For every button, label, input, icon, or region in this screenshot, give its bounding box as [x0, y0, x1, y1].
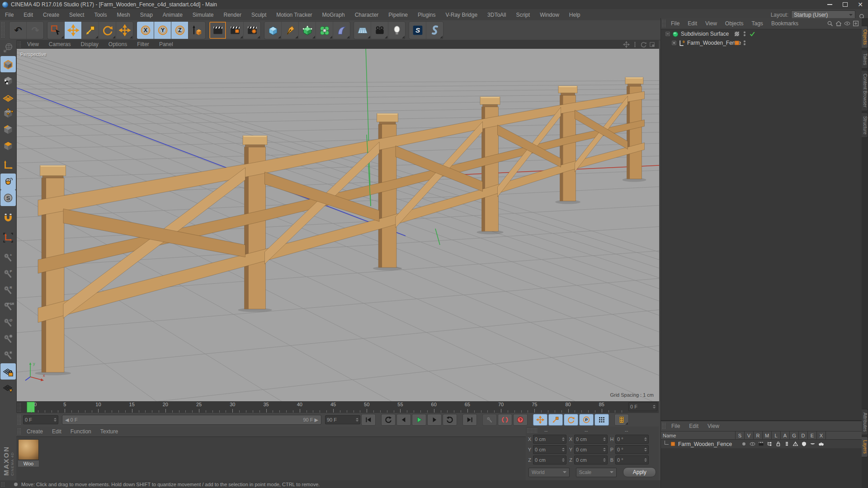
current-frame-field[interactable]: 0 F	[23, 415, 58, 424]
workplane-mode-button[interactable]	[0, 89, 16, 105]
viewport-menu-options[interactable]: Options	[104, 41, 132, 47]
layer-column-v[interactable]: V	[745, 432, 754, 439]
menu-sculpt[interactable]: Sculpt	[246, 12, 271, 18]
layer-menu-file[interactable]: File	[667, 423, 684, 429]
coord-rotation-field[interactable]: 0 °	[615, 445, 649, 454]
viewport-toggle-view-icon[interactable]	[648, 41, 656, 48]
ruler-frame-field[interactable]: 0 F	[628, 402, 657, 411]
menu-snap[interactable]: Snap	[135, 12, 158, 18]
home-icon[interactable]	[835, 20, 842, 27]
layer-column-l[interactable]: L	[772, 432, 781, 439]
layer-panel-grip[interactable]	[662, 422, 666, 430]
menu-character[interactable]: Character	[350, 12, 384, 18]
layer-column-g[interactable]: G	[790, 432, 799, 439]
menu-v-ray-bridge[interactable]: V-Ray Bridge	[440, 12, 482, 18]
viewport-solo-button[interactable]: S	[0, 190, 16, 206]
3d-scene[interactable]	[17, 49, 659, 401]
python-button[interactable]	[426, 22, 443, 39]
eye-icon[interactable]	[844, 20, 851, 27]
object-tree-row[interactable]: Subdivision Surface	[661, 29, 862, 38]
layer-column-s[interactable]: S	[736, 432, 745, 439]
spinner[interactable]	[562, 437, 565, 441]
key-record-button[interactable]	[482, 414, 497, 426]
menu-render[interactable]: Render	[219, 12, 246, 18]
menu-edit[interactable]: Edit	[19, 12, 38, 18]
lid-icon[interactable]	[808, 441, 817, 447]
key-at-button[interactable]: @	[0, 314, 16, 331]
make-editable-button[interactable]	[0, 40, 16, 56]
menu-plugins[interactable]: Plugins	[413, 12, 440, 18]
menu-file[interactable]: File	[0, 12, 19, 18]
workplane-axis-button[interactable]	[0, 230, 16, 246]
expand-icon[interactable]	[671, 40, 677, 46]
menu-create[interactable]: Create	[38, 12, 64, 18]
axis-x-button[interactable]: X	[137, 22, 154, 39]
vray-button[interactable]: S	[409, 22, 426, 39]
range-right-arrow[interactable]: ▶	[315, 417, 318, 423]
key-dot-button[interactable]	[0, 347, 16, 363]
menu-simulate[interactable]: Simulate	[188, 12, 219, 18]
live-selection-button[interactable]	[47, 22, 65, 39]
menu-mesh[interactable]: Mesh	[112, 12, 135, 18]
dock-tab-takes[interactable]: Takes	[862, 50, 868, 69]
viewport-pan-icon[interactable]	[623, 41, 630, 48]
range-end-field[interactable]: 90 F	[325, 415, 360, 424]
material-item[interactable]: Woo	[18, 439, 39, 467]
viewport-dolly-icon[interactable]	[631, 41, 639, 48]
list-icon[interactable]	[783, 441, 791, 447]
viewport-orbit-icon[interactable]	[640, 41, 647, 48]
subdivision-surface-button[interactable]	[299, 22, 316, 39]
kf-pla-button[interactable]	[594, 414, 609, 426]
axis-mode-button[interactable]	[0, 157, 16, 174]
menu-tools[interactable]: Tools	[89, 12, 112, 18]
viewport-menu-filter[interactable]: Filter	[132, 41, 154, 47]
rotate-button[interactable]	[99, 22, 116, 39]
prev-frame-button[interactable]	[396, 414, 411, 426]
dock-tab-structure[interactable]: Structure	[862, 113, 868, 138]
object-tree-row[interactable]: 0Farm_Wooden_Fence	[661, 38, 862, 47]
layer-column-x[interactable]: X	[817, 432, 826, 439]
viewport-menu-view[interactable]: View	[22, 41, 44, 47]
kf-rotation-button[interactable]	[564, 414, 578, 426]
search-icon[interactable]	[826, 20, 834, 27]
edges-mode-button[interactable]	[0, 121, 16, 137]
spinner[interactable]	[562, 448, 565, 451]
menu-motion-tracker[interactable]: Motion Tracker	[271, 12, 317, 18]
last-tool-button[interactable]	[116, 22, 133, 39]
material-menu-create[interactable]: Create	[22, 428, 47, 435]
eye-icon[interactable]	[748, 441, 757, 447]
menu-select[interactable]: Select	[64, 12, 89, 18]
coord-size-field[interactable]: 0 cm	[574, 435, 608, 444]
minimize-button[interactable]	[822, 0, 837, 9]
material-menu-function[interactable]: Function	[66, 428, 96, 435]
render-settings-button[interactable]	[244, 22, 260, 39]
kf-parameter-button[interactable]: P	[579, 414, 594, 426]
axis-z-button[interactable]: Z	[171, 22, 189, 39]
viewport-menu-display[interactable]: Display	[75, 41, 103, 47]
key-psr-button[interactable]: PSR	[0, 298, 16, 314]
expand-icon[interactable]	[665, 31, 671, 37]
key-sphere-button[interactable]	[0, 331, 16, 347]
render-picture-viewer-button[interactable]	[226, 22, 244, 39]
primitive-cube-button[interactable]	[264, 22, 282, 39]
layer-column-d[interactable]: D	[799, 432, 808, 439]
menu-help[interactable]: Help	[564, 12, 585, 18]
autokey-button[interactable]	[498, 414, 512, 426]
magnet-button[interactable]	[0, 210, 16, 226]
layer-object-name[interactable]: Farm_Wooden_Fence	[678, 441, 740, 447]
pyramid-icon[interactable]	[791, 441, 800, 447]
timeline-film-button[interactable]	[614, 414, 629, 426]
object-manager-menu-view[interactable]: View	[701, 20, 721, 27]
coord-rotation-field[interactable]: 0 °	[615, 435, 649, 444]
deformer-button[interactable]	[333, 22, 350, 39]
spinner[interactable]	[562, 458, 565, 462]
object-manager-menu-tags[interactable]: Tags	[748, 20, 767, 27]
object-manager-menu-bookmarks[interactable]: Bookmarks	[767, 20, 802, 27]
redo-button[interactable]: ↷	[27, 22, 43, 39]
spinner[interactable]	[54, 418, 57, 422]
playbar-grip[interactable]	[17, 414, 21, 425]
layer-column-e[interactable]: E	[808, 432, 817, 439]
workplane-grid-button[interactable]	[0, 380, 16, 396]
coord-position-field[interactable]: 0 cm	[533, 435, 566, 444]
shield-icon[interactable]	[800, 441, 808, 447]
